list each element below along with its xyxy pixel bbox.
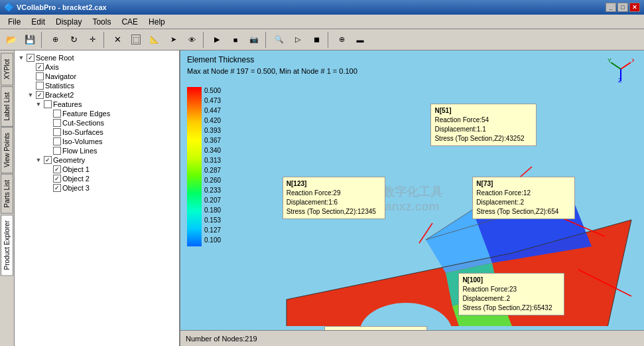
label-bracket2: Bracket2 (45, 91, 74, 99)
tab-viewpoints[interactable]: View Points (1, 127, 13, 173)
settings-button[interactable]: ▬ (352, 31, 369, 48)
label-cut-sections: Cut-Sections (62, 119, 104, 127)
viewport[interactable]: Element Thickness Max at Node # 197 = 0.… (180, 50, 644, 346)
tree-item-geometry[interactable]: ▼ Geometry (15, 155, 179, 165)
checkbox-iso-volumes[interactable] (53, 137, 61, 145)
separator-1 (41, 32, 44, 48)
tab-xyplot[interactable]: XYPlot (1, 53, 13, 86)
viewport-title: Element Thickness (187, 54, 357, 66)
tab-partslist[interactable]: Parts List (1, 174, 13, 214)
menu-help[interactable]: Help (143, 16, 170, 28)
expander-cut-sections (44, 119, 52, 127)
tree-item-axis[interactable]: Axis (15, 62, 179, 72)
label-flow-lines: Flow Lines (62, 147, 97, 155)
play-button[interactable]: ▷ (289, 31, 306, 48)
checkbox-axis[interactable] (36, 63, 44, 71)
tree-item-object2[interactable]: Object 2 (15, 174, 179, 183)
tooltip-n123-label: N[123] (287, 179, 381, 189)
tree-item-object3[interactable]: Object 3 (15, 183, 179, 193)
checkbox-flow-lines[interactable] (53, 147, 61, 155)
zoom-button[interactable]: 🔍 (271, 31, 288, 48)
checkbox-statistics[interactable] (36, 82, 44, 90)
tree-item-flow-lines[interactable]: Flow Lines (15, 146, 179, 155)
tree-item-statistics[interactable]: Statistics (15, 81, 179, 90)
title-bar: 🔷 VCollabPro - bracket2.cax _ □ ✕ (0, 0, 644, 15)
menu-display[interactable]: Display (50, 16, 87, 28)
checkbox-scene-root[interactable] (27, 54, 34, 62)
capture-button[interactable]: 📷 (245, 31, 263, 48)
select-button[interactable]: ✕ (109, 31, 126, 48)
tree-item-bracket2[interactable]: ▼ Bracket2 (15, 90, 179, 100)
window-controls: _ □ ✕ (606, 3, 640, 12)
toolbar: 📂 💾 ⊕ ↻ ✛ ✕ ⬚ 📐 ➤ 👁 ▶ ■ 📷 🔍 ▷ ◼ ⊕ ▬ (0, 29, 644, 50)
tree-item-navigator[interactable]: Navigator (15, 72, 179, 81)
measure-button[interactable]: 📐 (146, 31, 163, 48)
menu-cae[interactable]: CAE (116, 16, 143, 28)
tree-item-cut-sections[interactable]: Cut-Sections (15, 118, 179, 128)
stop-button[interactable]: ◼ (308, 31, 325, 48)
label-object2: Object 2 (62, 175, 90, 183)
tooltip-n73: N[73] Reaction Force:12 Displacement:.2 … (472, 177, 575, 219)
expander-axis (27, 63, 34, 71)
target-button[interactable]: ⊕ (333, 31, 350, 48)
checkbox-cut-sections[interactable] (53, 119, 61, 127)
checkbox-object2[interactable] (53, 175, 61, 183)
expander-scene-root[interactable]: ▼ (17, 54, 25, 62)
menu-edit[interactable]: Edit (26, 16, 50, 28)
svg-text:Y: Y (608, 57, 612, 64)
separator-2 (103, 32, 106, 48)
tree-item-feature-edges[interactable]: Feature Edges (15, 109, 179, 118)
expander-bracket2[interactable]: ▼ (27, 91, 34, 99)
checkbox-object3[interactable] (53, 184, 61, 192)
checkbox-geometry[interactable] (44, 156, 52, 164)
expander-object3 (44, 184, 52, 192)
pan-button[interactable]: ✛ (84, 31, 101, 48)
checkbox-iso-surfaces[interactable] (53, 128, 61, 136)
save-button[interactable]: 💾 (21, 31, 38, 48)
tooltip-n73-line1: Reaction Force:12 (476, 189, 571, 198)
tooltip-n123-line1: Reaction Force:29 (287, 189, 381, 198)
expander-geometry[interactable]: ▼ (34, 156, 42, 164)
menu-tools[interactable]: Tools (87, 16, 116, 28)
tooltip-n51: N[51] Reaction Force:54 Displacement:1.1… (430, 104, 537, 146)
tree-item-scene-root[interactable]: ▼ Scene Root (15, 53, 179, 62)
maximize-button[interactable]: □ (617, 3, 628, 12)
arrow-button[interactable]: ➤ (164, 31, 182, 48)
checkbox-navigator[interactable] (36, 72, 44, 80)
expander-statistics (27, 82, 34, 90)
expander-feature-edges (44, 110, 52, 118)
menu-file[interactable]: File (3, 16, 26, 28)
label-axis: Axis (45, 63, 59, 71)
tab-productexplorer[interactable]: Product Explorer (1, 215, 13, 276)
label-features: Features (53, 100, 82, 108)
tooltip-n51-line1: Reaction Force:54 (434, 116, 533, 125)
checkbox-object1[interactable] (53, 165, 61, 173)
rotate-button[interactable]: ↻ (65, 31, 82, 48)
anim-stop-button[interactable]: ■ (227, 31, 244, 48)
color-legend: 0.500 0.473 0.447 0.420 0.393 0.367 0.34… (187, 87, 202, 248)
checkbox-bracket2[interactable] (36, 91, 44, 99)
minimize-button[interactable]: _ (606, 3, 616, 12)
tree-item-iso-surfaces[interactable]: Iso-Surfaces (15, 128, 179, 137)
tree-item-features[interactable]: ▼ Features (15, 100, 179, 109)
open-button[interactable]: 📂 (3, 31, 20, 48)
tooltip-n123-line3: Stress (Top Section,Z2):12345 (287, 207, 381, 216)
expander-features[interactable]: ▼ (34, 100, 42, 108)
tree-item-object1[interactable]: Object 1 (15, 165, 179, 174)
checkbox-feature-edges[interactable] (53, 110, 61, 118)
tooltip-n100-line2: Displacement:.2 (462, 294, 560, 303)
tree-item-iso-volumes[interactable]: Iso-Volumes (15, 137, 179, 146)
tooltip-n100-line1: Reaction Force:23 (462, 285, 560, 294)
tab-labellist[interactable]: Label List (1, 86, 13, 127)
tooltip-n51-label: N[51] (434, 106, 533, 116)
view-button[interactable]: 👁 (183, 31, 200, 48)
checkbox-features[interactable] (44, 100, 52, 108)
expander-iso-volumes (44, 137, 52, 145)
tooltip-n123-line2: Displacement:1:6 (287, 198, 381, 207)
anim-play-button[interactable]: ▶ (208, 31, 225, 48)
svg-text:X: X (631, 57, 634, 64)
box-button[interactable]: ⬚ (127, 31, 145, 48)
fit-button[interactable]: ⊕ (46, 31, 64, 48)
tooltip-n123: N[123] Reaction Force:29 Displacement:1:… (283, 177, 385, 219)
close-button[interactable]: ✕ (629, 3, 640, 12)
